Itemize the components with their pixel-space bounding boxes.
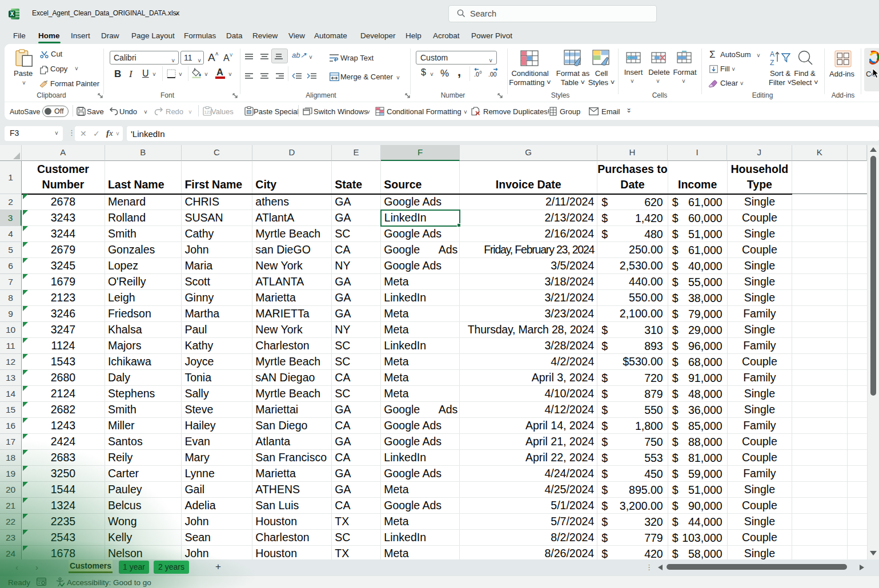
- svg-text:X: X: [10, 11, 14, 17]
- svg-text:Z: Z: [770, 59, 774, 67]
- svg-text:123: 123: [204, 110, 212, 115]
- svg-text:.0: .0: [474, 71, 479, 78]
- svg-text:A: A: [770, 50, 774, 58]
- svg-text:0: 0: [480, 70, 482, 74]
- svg-text:.00: .00: [488, 71, 497, 78]
